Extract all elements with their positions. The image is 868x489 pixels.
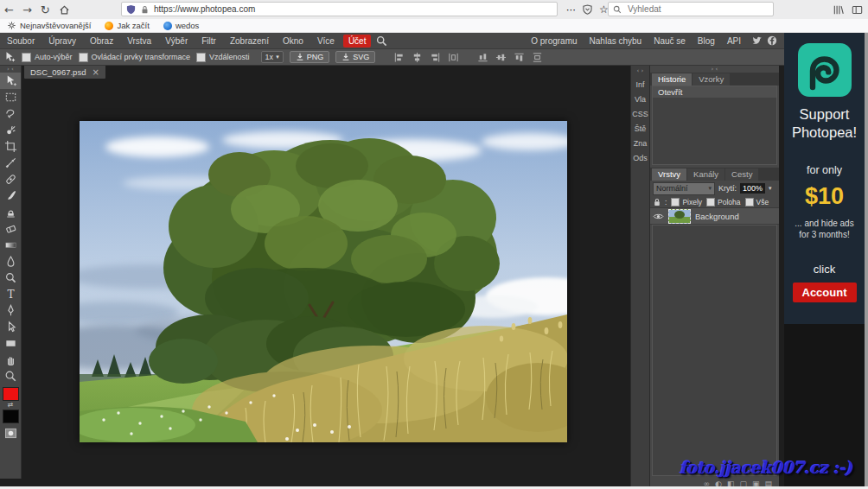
- pen-tool[interactable]: [0, 302, 21, 319]
- lock-pixels-checkbox[interactable]: [671, 198, 680, 206]
- close-tab-icon[interactable]: ×: [92, 67, 99, 77]
- auto-select-option[interactable]: Auto-výběr: [22, 53, 73, 62]
- hand-tool[interactable]: [0, 352, 21, 368]
- distances-option[interactable]: Vzdálenosti: [196, 53, 250, 62]
- collapse-panels-icon[interactable]: ‹ ›: [637, 67, 644, 74]
- tab-kanaly[interactable]: Kanály: [687, 168, 724, 181]
- menu-zobrazeni[interactable]: Zobrazení: [223, 35, 276, 48]
- menu-vyber[interactable]: Výběr: [158, 35, 195, 48]
- collapse-history-icon[interactable]: › ‹: [650, 66, 779, 73]
- crop-tool[interactable]: [0, 138, 21, 155]
- transform-controls-option[interactable]: Ovládací prvky transformace: [79, 53, 191, 62]
- path-select-tool[interactable]: [0, 319, 21, 335]
- align-right-icon[interactable]: [430, 52, 441, 63]
- blend-mode-select[interactable]: Normální ▾: [653, 182, 715, 195]
- search-bar[interactable]: [608, 2, 774, 16]
- document-tab[interactable]: DSC_0967.psd ×: [24, 66, 105, 79]
- search-input[interactable]: [626, 3, 750, 15]
- foreground-color-swatch[interactable]: [3, 387, 19, 401]
- align-middle-vertical-icon[interactable]: [495, 52, 507, 63]
- gradient-tool[interactable]: [0, 237, 21, 253]
- url-text[interactable]: https://www.photopea.com: [154, 4, 255, 14]
- menu-vice[interactable]: Více: [310, 35, 341, 48]
- url-bar[interactable]: https://www.photopea.com: [121, 2, 558, 16]
- lock-all-option[interactable]: Vše: [745, 198, 769, 206]
- background-color-swatch[interactable]: [3, 410, 19, 423]
- menu-soubor[interactable]: Soubor: [0, 35, 41, 48]
- brush-tool[interactable]: [0, 187, 21, 204]
- panel-label-znak[interactable]: Zna: [634, 139, 648, 148]
- library-icon[interactable]: [833, 4, 844, 16]
- marquee-select-tool[interactable]: [0, 89, 21, 105]
- transform-controls-checkbox[interactable]: [79, 53, 88, 62]
- tab-historie[interactable]: Historie: [652, 73, 692, 86]
- healing-brush-tool[interactable]: [0, 171, 21, 187]
- eyedropper-tool[interactable]: [0, 155, 21, 171]
- lock-position-option[interactable]: Poloha: [706, 198, 740, 206]
- pocket-icon[interactable]: [583, 4, 592, 15]
- menu-upravy[interactable]: Úpravy: [41, 35, 83, 48]
- tracking-shield-icon[interactable]: [126, 4, 136, 15]
- tab-vrstvy[interactable]: Vrstvy: [652, 168, 686, 181]
- clone-stamp-tool[interactable]: [0, 204, 21, 220]
- auto-select-checkbox[interactable]: [22, 53, 31, 62]
- move-tool[interactable]: [0, 73, 21, 89]
- quick-mask-icon[interactable]: [0, 425, 21, 441]
- link-nauc-se[interactable]: Nauč se: [648, 35, 692, 48]
- distribute-vertical-icon[interactable]: [532, 52, 543, 63]
- sidebar-icon[interactable]: [852, 4, 863, 16]
- collapse-tools-icon[interactable]: › ‹: [7, 66, 14, 73]
- layer-thumbnail[interactable]: [668, 209, 691, 224]
- align-left-icon[interactable]: [393, 52, 405, 63]
- bookmark-most-visited[interactable]: Nejnavštěvovanější: [7, 21, 91, 30]
- back-icon[interactable]: ←: [4, 1, 14, 19]
- panel-label-css[interactable]: CSS: [632, 110, 648, 118]
- align-center-horizontal-icon[interactable]: [412, 52, 423, 63]
- panel-label-odstavec[interactable]: Ods: [633, 154, 648, 162]
- link-blog[interactable]: Blog: [692, 35, 721, 48]
- layer-visibility-eye-icon[interactable]: [653, 213, 664, 220]
- layer-row-background[interactable]: Background: [650, 207, 779, 225]
- dodge-tool[interactable]: [0, 270, 21, 286]
- facebook-icon[interactable]: [767, 35, 777, 46]
- menu-search-icon[interactable]: [376, 35, 387, 47]
- reload-icon[interactable]: ↻: [41, 1, 50, 19]
- history-item-open[interactable]: Otevřít: [653, 86, 776, 98]
- shape-tool[interactable]: [0, 335, 21, 352]
- menu-vrstva[interactable]: Vrstva: [120, 35, 158, 48]
- swap-colors-icon[interactable]: ⇄: [8, 401, 14, 410]
- chevron-down-icon[interactable]: ▾: [769, 185, 772, 192]
- type-tool[interactable]: T: [0, 286, 21, 302]
- tab-cesty[interactable]: Cesty: [725, 168, 758, 181]
- forward-icon[interactable]: →: [22, 1, 32, 19]
- export-svg-button[interactable]: SVG: [335, 51, 375, 63]
- align-bottom-icon[interactable]: [514, 52, 525, 63]
- panel-label-vlastnosti[interactable]: Vla: [635, 95, 646, 104]
- eraser-tool[interactable]: [0, 220, 21, 237]
- overflow-menu-icon[interactable]: ⋯: [566, 4, 576, 16]
- opacity-value[interactable]: 100%: [740, 183, 765, 194]
- lock-position-checkbox[interactable]: [706, 198, 715, 206]
- link-nahlas-chybu[interactable]: Nahlas chybu: [584, 35, 648, 48]
- bookmark-jak-zacit[interactable]: Jak začít: [105, 21, 150, 30]
- distances-checkbox[interactable]: [196, 53, 206, 62]
- lock-icon[interactable]: [654, 198, 661, 206]
- home-icon[interactable]: [59, 4, 70, 16]
- link-o-programu[interactable]: O programu: [525, 35, 583, 48]
- lock-pixels-option[interactable]: Pixely: [671, 198, 702, 206]
- quick-selection-tool[interactable]: [0, 122, 21, 138]
- support-ad-panel[interactable]: Support Photopea! for only $10 ... and h…: [784, 33, 865, 324]
- browser-scrollbar[interactable]: [865, 33, 868, 486]
- menu-filtr[interactable]: Filtr: [195, 35, 223, 48]
- panel-label-stetec[interactable]: Ště: [635, 124, 647, 133]
- align-top-icon[interactable]: [477, 52, 488, 63]
- lock-all-checkbox[interactable]: [745, 198, 754, 206]
- twitter-icon[interactable]: [751, 36, 763, 46]
- photo-canvas-image[interactable]: [80, 121, 567, 442]
- menu-okno[interactable]: Okno: [276, 35, 310, 48]
- account-button[interactable]: Account: [793, 283, 857, 302]
- blur-tool[interactable]: [0, 253, 21, 270]
- menu-ucet[interactable]: Účet: [343, 35, 372, 48]
- export-png-button[interactable]: PNG: [290, 51, 330, 63]
- tab-vzorky[interactable]: Vzorky: [692, 73, 730, 86]
